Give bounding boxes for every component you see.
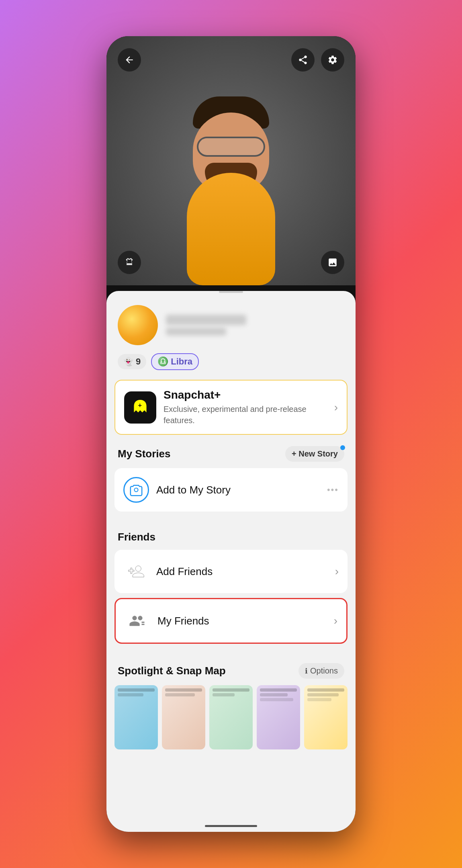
profile-name-blurred: [166, 315, 246, 325]
thumb-text-1: [114, 685, 158, 700]
profile-names: [166, 315, 246, 336]
story-more-dots[interactable]: •••: [327, 485, 339, 495]
clothes-button[interactable]: [118, 251, 141, 274]
spotlight-thumb-4[interactable]: [257, 685, 300, 749]
settings-icon: [327, 55, 338, 65]
snapchat-plus-text: Snapchat+ Exclusive, experimental and pr…: [164, 389, 327, 426]
my-friends-chevron: ›: [334, 614, 337, 627]
share-button[interactable]: [291, 48, 315, 72]
story-camera-icon: [123, 477, 149, 503]
spotlight-grid: [106, 685, 356, 749]
new-story-notification-dot: [340, 445, 345, 450]
avatar-background: [106, 36, 356, 285]
friends-title: Friends: [118, 531, 155, 543]
snap-score-badge[interactable]: 👻 9: [118, 354, 146, 369]
add-friends-card[interactable]: Add Friends ›: [114, 550, 348, 593]
snapchat-plus-title: Snapchat+: [164, 389, 327, 401]
snapchat-plus-card[interactable]: + Snapchat+ Exclusive, experimental and …: [114, 380, 348, 435]
home-indicator: [205, 825, 257, 827]
profile-section: [106, 301, 356, 353]
add-to-story-label: Add to My Story: [156, 484, 320, 496]
share-icon: [298, 55, 308, 65]
photo-icon: [327, 257, 338, 268]
thumb-text-4: [257, 685, 300, 704]
zodiac-icon: ♎: [157, 356, 168, 367]
spotlight-title: Spotlight & Snap Map: [118, 665, 226, 677]
profile-avatar: [118, 305, 158, 345]
my-stories-title: My Stories: [118, 448, 171, 460]
snapchat-ghost-plus-icon: +: [130, 397, 151, 418]
back-button[interactable]: [118, 48, 141, 72]
add-friends-label: Add Friends: [156, 565, 328, 578]
thumb-text-2: [162, 685, 205, 700]
snapchat-plus-icon: +: [124, 391, 156, 424]
snapchat-plus-chevron: ›: [334, 401, 338, 414]
info-icon: ℹ: [305, 667, 308, 676]
friends-header: Friends: [106, 524, 356, 550]
photo-button[interactable]: [321, 251, 344, 274]
add-friends-chevron: ›: [335, 565, 339, 578]
people-list-icon: [129, 612, 146, 629]
spotlight-thumb-5[interactable]: [304, 685, 348, 749]
add-friends-icon: [123, 559, 149, 584]
snap-score-value: 9: [136, 356, 141, 367]
thumb-text-3: [209, 685, 253, 700]
person-add-icon: [128, 563, 145, 580]
top-right-buttons: [291, 48, 344, 72]
content-panel: 👻 9 ♎ Libra + Snapchat+ Exclusive, exper: [106, 291, 356, 832]
new-story-button[interactable]: + New Story: [285, 446, 344, 462]
zodiac-badge[interactable]: ♎ Libra: [151, 353, 199, 370]
spotlight-thumb-1[interactable]: [114, 685, 158, 749]
profile-username-blurred: [166, 328, 226, 336]
badges-row: 👻 9 ♎ Libra: [106, 353, 356, 380]
clothes-icon: [124, 257, 135, 268]
options-label: Options: [310, 666, 338, 676]
snapchat-plus-description: Exclusive, experimental and pre-release …: [164, 403, 327, 426]
phone-frame: 👻 9 ♎ Libra + Snapchat+ Exclusive, exper: [106, 36, 356, 832]
avatar-glasses: [197, 137, 265, 157]
options-button[interactable]: ℹ Options: [298, 663, 344, 679]
drag-indicator: [219, 291, 243, 293]
my-stories-header: My Stories + New Story: [106, 446, 356, 468]
top-buttons-row: [106, 48, 356, 72]
settings-button[interactable]: [321, 48, 344, 72]
back-icon: [124, 55, 135, 65]
my-friends-label: My Friends: [157, 615, 327, 627]
avatar-section: [106, 36, 356, 285]
bottom-avatar-buttons: [106, 251, 356, 274]
spotlight-thumb-2[interactable]: [162, 685, 205, 749]
spotlight-section: Spotlight & Snap Map ℹ Options: [106, 657, 356, 757]
zodiac-label: Libra: [171, 356, 192, 367]
new-story-label: + New Story: [292, 449, 338, 459]
spotlight-thumb-3[interactable]: [209, 685, 253, 749]
add-to-my-story-card[interactable]: Add to My Story •••: [114, 468, 348, 512]
spotlight-header: Spotlight & Snap Map ℹ Options: [106, 657, 356, 685]
svg-text:+: +: [138, 402, 142, 409]
my-friends-icon: [125, 608, 150, 634]
ghost-icon: 👻: [123, 357, 133, 366]
thumb-text-5: [304, 685, 348, 704]
camera-icon: [129, 483, 143, 497]
my-friends-card[interactable]: My Friends ›: [114, 598, 348, 644]
